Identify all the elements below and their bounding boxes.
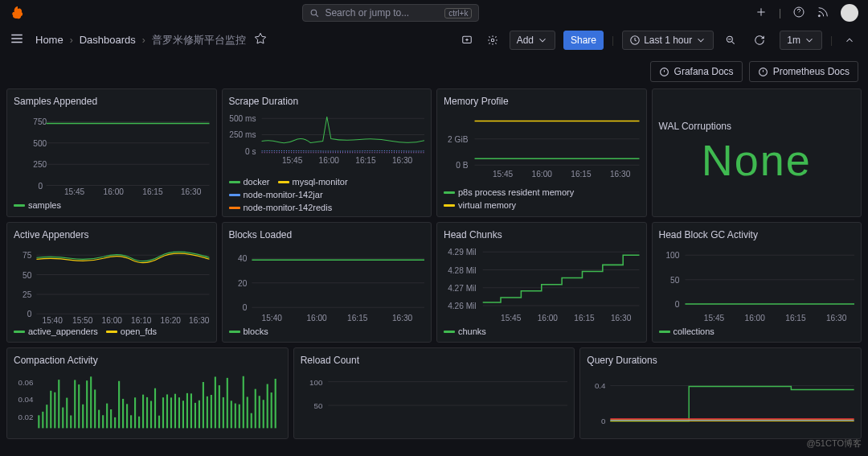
- panel-blocks-loaded[interactable]: Blocks Loaded 40200 15:4016:0016:1516:30…: [222, 222, 432, 343]
- topbar: Search or jump to... ctrl+k |: [0, 0, 868, 26]
- zoom-out-icon[interactable]: [722, 31, 739, 49]
- svg-text:16:00: 16:00: [744, 314, 765, 322]
- svg-text:15:40: 15:40: [261, 314, 282, 322]
- svg-text:0: 0: [27, 310, 32, 318]
- breadcrumb-current[interactable]: 普罗米修斯平台监控: [152, 33, 246, 47]
- svg-text:0: 0: [38, 182, 43, 191]
- svg-text:250: 250: [33, 160, 47, 169]
- refresh-button[interactable]: [747, 31, 772, 49]
- avatar[interactable]: [841, 4, 858, 22]
- svg-text:15:45: 15:45: [281, 156, 302, 165]
- svg-text:500 ms: 500 ms: [229, 114, 256, 123]
- panel-add-icon[interactable]: [458, 31, 476, 49]
- svg-text:0: 0: [601, 417, 606, 425]
- svg-text:75: 75: [23, 251, 32, 260]
- svg-text:16:30: 16:30: [181, 187, 202, 196]
- breadcrumb-home[interactable]: Home: [35, 34, 63, 46]
- svg-text:16:15: 16:15: [574, 314, 595, 322]
- panel-gc-activity[interactable]: Head Block GC Activity 100500 15:4516:00…: [652, 222, 862, 343]
- panel-query-durations[interactable]: Query Durations 0.40: [579, 347, 862, 439]
- panel-memory-profile[interactable]: Memory Profile 2 GiB0 B 15:4516:0016:151…: [436, 88, 647, 217]
- svg-text:0: 0: [242, 303, 247, 312]
- dashboard-grid: Samples Appended 7505002500 15:4516:0016…: [0, 88, 868, 343]
- svg-text:16:30: 16:30: [189, 316, 209, 325]
- svg-text:40: 40: [238, 254, 248, 263]
- svg-text:50: 50: [313, 401, 322, 410]
- svg-text:0.04: 0.04: [18, 395, 34, 404]
- panel-active-appenders[interactable]: Active Appenders 7550250 15:4015:5016:00…: [6, 222, 217, 343]
- star-icon[interactable]: [246, 32, 267, 47]
- svg-text:16:10: 16:10: [131, 316, 152, 325]
- svg-text:250 ms: 250 ms: [229, 130, 256, 139]
- add-button[interactable]: Add: [510, 31, 555, 50]
- svg-text:15:45: 15:45: [64, 187, 85, 196]
- panel-reload-count[interactable]: Reload Count 10050: [293, 347, 575, 439]
- svg-text:15:45: 15:45: [493, 170, 514, 179]
- svg-text:16:00: 16:00: [318, 156, 339, 165]
- breadcrumb-dashboards[interactable]: Dashboards: [80, 34, 136, 46]
- svg-text:16:15: 16:15: [355, 156, 376, 165]
- svg-text:50: 50: [670, 276, 680, 285]
- svg-text:16:15: 16:15: [571, 170, 592, 179]
- svg-text:16:00: 16:00: [102, 316, 123, 325]
- add-menu[interactable]: [755, 6, 768, 21]
- svg-text:0: 0: [674, 300, 679, 309]
- grafana-logo-icon[interactable]: [10, 5, 26, 21]
- panel-compaction[interactable]: Compaction Activity 0.060.040.02: [6, 347, 289, 439]
- wal-value: None: [702, 135, 812, 185]
- panel-wal-corruptions[interactable]: WAL Corruptions None: [652, 88, 862, 217]
- panel-head-chunks[interactable]: Head Chunks 4.29 Mil4.28 Mil4.27 Mil4.26…: [436, 222, 647, 343]
- search-placeholder: Search or jump to...: [325, 7, 409, 18]
- svg-text:15:45: 15:45: [501, 314, 522, 322]
- svg-text:16:00: 16:00: [538, 314, 559, 322]
- svg-text:4.26 Mil: 4.26 Mil: [448, 302, 476, 310]
- rss-icon[interactable]: [817, 6, 829, 21]
- share-button[interactable]: Share: [563, 31, 604, 50]
- svg-text:4.27 Mil: 4.27 Mil: [448, 284, 476, 293]
- svg-text:15:50: 15:50: [72, 316, 93, 325]
- svg-text:500: 500: [33, 139, 47, 148]
- refresh-interval[interactable]: 1m: [780, 31, 822, 50]
- panel-scrape-duration[interactable]: Scrape Duration 500 ms250 ms0 s 15:4516:…: [222, 88, 432, 217]
- toolbar: Home › Dashboards › 普罗米修斯平台监控 Add Share …: [0, 26, 868, 55]
- svg-text:0.02: 0.02: [18, 413, 33, 421]
- svg-text:15:40: 15:40: [43, 316, 63, 325]
- help-icon[interactable]: [792, 6, 805, 21]
- svg-text:16:15: 16:15: [142, 187, 163, 196]
- svg-text:16:00: 16:00: [532, 170, 553, 179]
- svg-text:0 B: 0 B: [456, 161, 468, 170]
- svg-text:25: 25: [23, 290, 32, 299]
- svg-text:750: 750: [33, 117, 47, 126]
- menu-icon[interactable]: [10, 31, 24, 48]
- settings-icon[interactable]: [484, 31, 502, 49]
- docs-row: Grafana Docs Prometheus Docs: [0, 55, 868, 88]
- prometheus-docs-button[interactable]: Prometheus Docs: [749, 61, 858, 82]
- svg-text:0 s: 0 s: [244, 147, 256, 156]
- svg-point-2: [818, 14, 820, 16]
- svg-text:16:15: 16:15: [785, 314, 806, 322]
- svg-point-4: [491, 39, 494, 42]
- search-input[interactable]: Search or jump to... ctrl+k: [302, 4, 479, 22]
- svg-text:16:00: 16:00: [306, 314, 327, 322]
- grafana-docs-button[interactable]: Grafana Docs: [650, 61, 743, 82]
- svg-text:15:45: 15:45: [703, 314, 724, 322]
- svg-text:50: 50: [23, 271, 32, 280]
- search-kbd: ctrl+k: [444, 8, 472, 18]
- svg-text:20: 20: [238, 279, 248, 288]
- svg-text:4.29 Mil: 4.29 Mil: [448, 248, 476, 257]
- svg-point-0: [312, 10, 317, 15]
- breadcrumb: Home › Dashboards › 普罗米修斯平台监控: [35, 33, 246, 47]
- svg-text:2 GiB: 2 GiB: [448, 135, 469, 144]
- collapse-icon[interactable]: [841, 31, 858, 49]
- svg-text:16:20: 16:20: [161, 316, 182, 325]
- svg-text:16:30: 16:30: [610, 170, 631, 179]
- svg-text:16:00: 16:00: [104, 187, 125, 196]
- panel-samples-appended[interactable]: Samples Appended 7505002500 15:4516:0016…: [6, 88, 217, 217]
- svg-text:0.4: 0.4: [595, 381, 606, 390]
- time-picker[interactable]: Last 1 hour: [622, 31, 714, 50]
- watermark: @51CTO博客: [807, 438, 862, 450]
- svg-text:16:30: 16:30: [825, 314, 846, 322]
- dashboard-grid-row3: Compaction Activity 0.060.040.02 Reload …: [0, 343, 868, 439]
- svg-text:4.28 Mil: 4.28 Mil: [448, 266, 476, 275]
- svg-text:100: 100: [665, 251, 679, 260]
